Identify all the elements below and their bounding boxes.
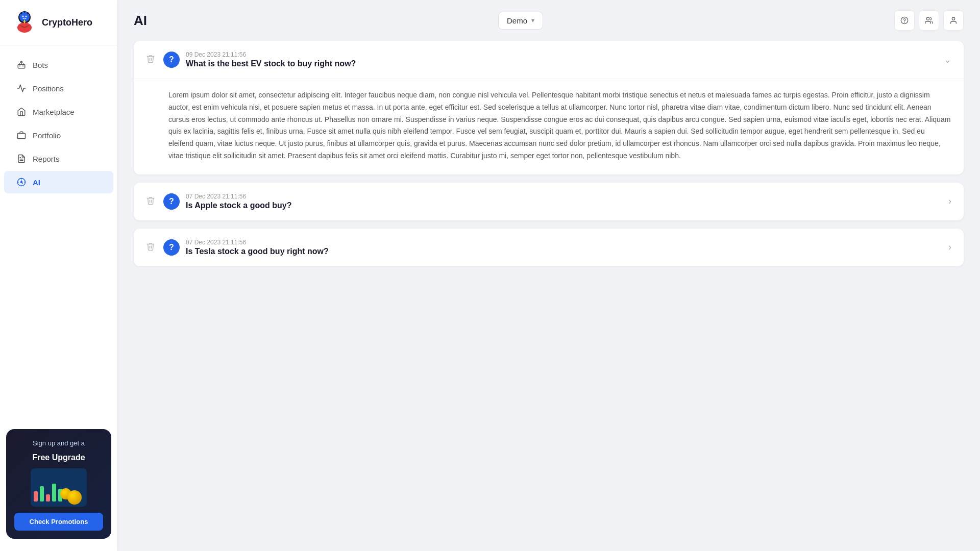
positions-icon <box>16 83 27 93</box>
users-icon <box>925 16 933 24</box>
help-icon <box>900 16 909 24</box>
sidebar: CryptoHero Bots <box>0 0 117 551</box>
sidebar-item-ai[interactable]: AI <box>4 171 113 193</box>
sidebar-item-marketplace[interactable]: Marketplace <box>4 101 113 123</box>
profile-icon <box>949 16 958 24</box>
check-promotions-button[interactable]: Check Promotions <box>14 513 103 531</box>
qa-card-header-1[interactable]: ? 09 Dec 2023 21:11:56 What is the best … <box>134 41 964 79</box>
timestamp-3: 07 Dec 2023 21:11:56 <box>186 239 942 246</box>
sidebar-item-label: Positions <box>33 84 64 93</box>
header-center: Demo ▾ <box>498 12 543 30</box>
svg-point-21 <box>926 17 929 20</box>
page-title: AI <box>134 13 147 29</box>
question-icon-2: ? <box>163 193 180 210</box>
question-text-3: Is Tesla stock a good buy right now? <box>186 247 942 256</box>
sidebar-item-label: Reports <box>33 155 60 163</box>
demo-dropdown[interactable]: Demo ▾ <box>498 12 543 30</box>
svg-rect-7 <box>18 64 25 68</box>
content-area: ? 09 Dec 2023 21:11:56 What is the best … <box>117 41 980 551</box>
main-area: AI Demo ▾ <box>117 0 980 551</box>
dropdown-label: Demo <box>507 16 527 25</box>
qa-meta-3: 07 Dec 2023 21:11:56 Is Tesla stock a go… <box>186 239 942 256</box>
header-actions <box>894 10 964 31</box>
app-name: CryptoHero <box>42 17 92 28</box>
profile-button[interactable] <box>943 10 964 31</box>
app-logo <box>12 10 37 35</box>
question-icon-3: ? <box>163 239 180 256</box>
qa-card-header-2[interactable]: ? 07 Dec 2023 21:11:56 Is Apple stock a … <box>134 183 964 220</box>
sidebar-item-label: Marketplace <box>33 108 75 116</box>
promo-illustration <box>31 468 87 507</box>
qa-card-3: ? 07 Dec 2023 21:11:56 Is Tesla stock a … <box>134 229 964 266</box>
svg-point-2 <box>22 16 24 17</box>
portfolio-icon <box>16 130 27 140</box>
marketplace-icon <box>16 107 27 117</box>
logo-area: CryptoHero <box>0 0 117 45</box>
qa-meta-1: 09 Dec 2023 21:11:56 What is the best EV… <box>186 51 938 68</box>
sidebar-item-reports[interactable]: Reports <box>4 147 113 170</box>
promo-title: Sign up and get a <box>33 439 85 447</box>
answer-text-1: Lorem ipsum dolor sit amet, consectetur … <box>134 79 964 174</box>
timestamp-2: 07 Dec 2023 21:11:56 <box>186 193 942 200</box>
promo-card: Sign up and get a Free Upgrade Check Pro… <box>6 429 111 539</box>
qa-meta-2: 07 Dec 2023 21:11:56 Is Apple stock a go… <box>186 193 942 210</box>
qa-card-1: ? 09 Dec 2023 21:11:56 What is the best … <box>134 41 964 174</box>
sidebar-item-portfolio[interactable]: Portfolio <box>4 124 113 146</box>
sidebar-item-label: Bots <box>33 61 48 69</box>
header: AI Demo ▾ <box>117 0 980 41</box>
chevron-down-icon: ▾ <box>531 17 534 24</box>
users-button[interactable] <box>919 10 939 31</box>
sidebar-nav: Bots Positions Marketplace <box>0 45 117 421</box>
ai-icon <box>16 177 27 187</box>
expand-icon-2[interactable]: › <box>948 196 951 207</box>
delete-icon-2[interactable] <box>146 196 155 207</box>
delete-icon-3[interactable] <box>146 242 155 253</box>
sidebar-item-label: Portfolio <box>33 131 61 140</box>
svg-point-18 <box>20 181 23 184</box>
promo-subtitle: Free Upgrade <box>32 453 85 462</box>
reports-icon <box>16 154 27 164</box>
help-button[interactable] <box>894 10 915 31</box>
question-icon-1: ? <box>163 52 180 68</box>
qa-card-2: ? 07 Dec 2023 21:11:56 Is Apple stock a … <box>134 183 964 220</box>
qa-card-header-3[interactable]: ? 07 Dec 2023 21:11:56 Is Tesla stock a … <box>134 229 964 266</box>
collapse-icon-1[interactable]: ⌄ <box>944 54 951 65</box>
expand-icon-3[interactable]: › <box>948 242 951 253</box>
delete-icon-1[interactable] <box>146 54 155 65</box>
question-text-2: Is Apple stock a good buy? <box>186 201 942 210</box>
question-text-1: What is the best EV stock to buy right n… <box>186 59 938 68</box>
svg-point-22 <box>952 17 954 20</box>
sidebar-item-positions[interactable]: Positions <box>4 77 113 99</box>
robot-icon <box>16 60 27 70</box>
sidebar-item-label: AI <box>33 178 40 187</box>
svg-rect-14 <box>18 133 26 139</box>
timestamp-1: 09 Dec 2023 21:11:56 <box>186 51 938 58</box>
svg-point-3 <box>26 16 27 17</box>
sidebar-item-bots[interactable]: Bots <box>4 54 113 76</box>
